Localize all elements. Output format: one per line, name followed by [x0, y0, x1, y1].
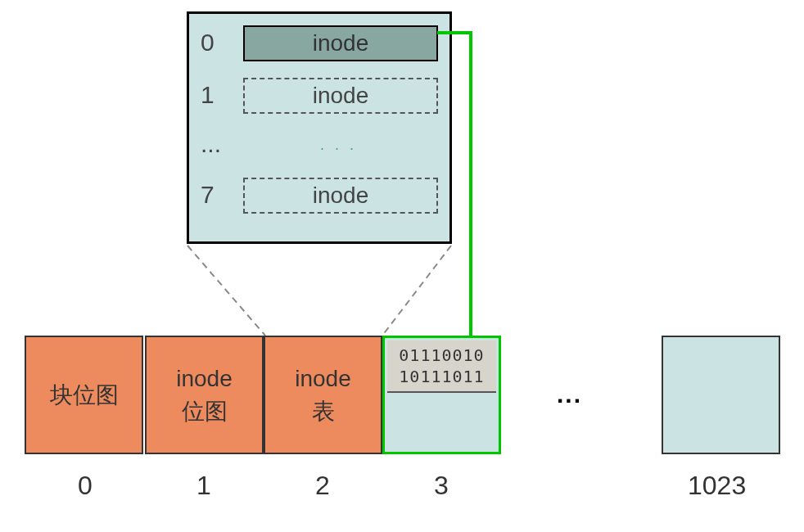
svg-line-0: [187, 246, 265, 336]
idx-1023: 1023: [688, 471, 746, 501]
zoom-ellipsis-dots: · · ·: [320, 140, 357, 157]
bits-line-2: 10111011: [399, 366, 484, 387]
inode-table-l1: inode: [295, 363, 351, 395]
zoom-idx-0: 0: [201, 29, 215, 56]
idx-1: 1: [196, 471, 211, 501]
svg-line-1: [382, 246, 451, 336]
zoom-idx-7: 7: [201, 181, 215, 209]
idx-0: 0: [78, 471, 93, 501]
zoom-inode-1: inode: [243, 78, 438, 114]
inode-bitmap-l2: 位图: [182, 395, 228, 428]
block-bitmap: 块位图: [25, 336, 143, 454]
idx-2: 2: [315, 471, 330, 501]
zoom-idx-1: 1: [201, 81, 215, 109]
zoom-inode-0: inode: [243, 25, 438, 61]
inode-bitmap-l1: inode: [176, 363, 233, 395]
bits-line-1: 01110010: [399, 345, 484, 366]
data-block-bits: 01110010 10111011: [387, 340, 496, 393]
inode-table-zoom: 0 inode 1 inode ... · · · 7 inode: [187, 11, 452, 244]
block-bitmap-label: 块位图: [50, 379, 119, 412]
blocks-ellipsis: ...: [557, 381, 582, 408]
inode-bitmap: inode 位图: [145, 336, 264, 454]
zoom-inode-7: inode: [243, 178, 438, 214]
inode-table-l2: 表: [312, 395, 335, 428]
zoom-idx-ellipsis: ...: [201, 130, 221, 158]
inode-table: inode 表: [264, 336, 382, 454]
data-block-3: 01110010 10111011: [382, 336, 501, 454]
idx-3: 3: [434, 471, 449, 501]
data-block-1023: [662, 336, 780, 454]
